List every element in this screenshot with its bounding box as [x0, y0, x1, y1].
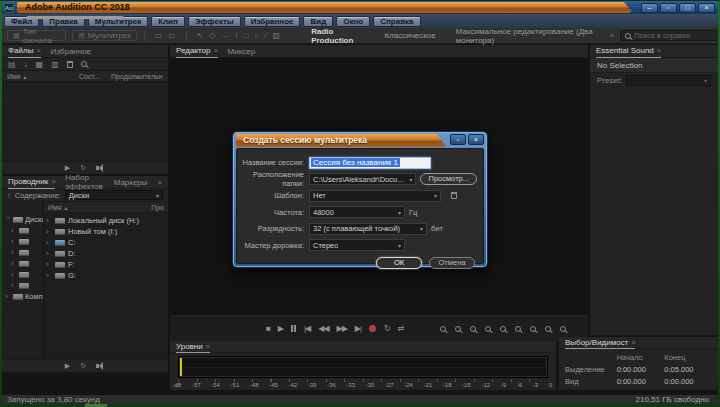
- caret-icon[interactable]: ›: [11, 248, 17, 257]
- selection-end-value[interactable]: 0:05.000: [664, 365, 712, 374]
- view-end-value[interactable]: 0:00.000: [664, 377, 712, 386]
- workspace-overflow-chevron[interactable]: »: [610, 31, 614, 40]
- session-name-input[interactable]: Сессия без названия 1: [309, 157, 431, 169]
- lasso-tool-icon[interactable]: ○: [254, 31, 259, 40]
- zoom-out-amplitude-icon[interactable]: [485, 326, 491, 332]
- skip-selection-button[interactable]: ⇄: [398, 324, 404, 333]
- dialog-close-button[interactable]: ×: [468, 134, 484, 145]
- tab-levels[interactable]: Уровни ≡: [176, 341, 210, 353]
- caret-icon[interactable]: ›: [46, 249, 52, 258]
- preview-loop-icon[interactable]: ↻: [80, 164, 86, 172]
- tree-drive-row[interactable]: ›: [2, 258, 43, 269]
- drive-row[interactable]: ›F:: [44, 259, 168, 270]
- dialog-titlebar[interactable]: Создать сессию мультитрека ▫ ×: [236, 134, 484, 148]
- column-status[interactable]: Сост...: [79, 73, 107, 80]
- tab-selection-view[interactable]: Выбор/Видимост ≡: [565, 337, 635, 349]
- pause-button[interactable]: [291, 325, 296, 332]
- new-item-icon[interactable]: ▦: [36, 60, 44, 69]
- waveform-view-button[interactable]: ▦ Тип сигнала: [7, 30, 66, 41]
- tree-drive-row[interactable]: ›: [2, 269, 43, 280]
- column-duration[interactable]: Про: [151, 204, 164, 211]
- tab-editor[interactable]: Редактор ≡: [176, 45, 218, 58]
- tab-favorites[interactable]: Избранное: [51, 45, 92, 58]
- record-button[interactable]: [369, 325, 376, 332]
- marquee-tool-icon[interactable]: □: [244, 31, 249, 40]
- import-file-icon[interactable]: ↓: [24, 60, 28, 69]
- panel-menu-icon[interactable]: ≡: [51, 178, 55, 185]
- tab-essential-sound[interactable]: Essential Sound ≡: [596, 45, 661, 58]
- panel-menu-icon[interactable]: ≡: [206, 343, 210, 350]
- zoom-in-time-icon[interactable]: [440, 326, 446, 332]
- selection-start-value[interactable]: 0:00.000: [617, 365, 665, 374]
- caret-icon[interactable]: ›: [11, 237, 17, 246]
- autoplay-speaker-icon[interactable]: [96, 362, 105, 370]
- bit-depth-dropdown[interactable]: 32 (с плавающей точкой) ▾: [309, 223, 427, 235]
- caret-icon[interactable]: ›: [11, 226, 17, 235]
- tree-drive-row[interactable]: ›: [2, 247, 43, 258]
- tree-computer-row[interactable]: ›Компьютер: [2, 291, 43, 302]
- tree-drive-row[interactable]: ›: [2, 225, 43, 236]
- caret-icon[interactable]: ›: [46, 238, 52, 247]
- menu-item[interactable]: Окно: [336, 16, 370, 27]
- drive-row[interactable]: ›G:: [44, 270, 168, 281]
- stop-button[interactable]: ■: [266, 324, 270, 333]
- scrollbar-thumb[interactable]: [26, 16, 124, 19]
- fast-forward-button[interactable]: ▶▶: [337, 324, 347, 333]
- column-name[interactable]: Имя ▲: [7, 73, 75, 80]
- files-list[interactable]: [2, 82, 168, 161]
- caret-icon[interactable]: ›: [5, 292, 11, 301]
- drive-row[interactable]: ›Новый том (I:): [44, 226, 168, 237]
- zoom-in-amplitude-icon[interactable]: [470, 326, 476, 332]
- open-file-icon[interactable]: ▤: [8, 60, 16, 69]
- go-to-end-button[interactable]: ▶|: [355, 324, 361, 333]
- razor-tool-icon[interactable]: ◇: [209, 31, 215, 40]
- contents-dropdown[interactable]: Диски ▾: [65, 190, 163, 200]
- slip-tool-icon[interactable]: ↔: [221, 31, 229, 40]
- eraser-tool-icon[interactable]: ▨: [273, 31, 281, 40]
- caret-icon[interactable]: ›: [46, 216, 52, 225]
- view-start-value[interactable]: 0:00.000: [617, 377, 665, 386]
- panel-menu-icon[interactable]: ≡: [213, 47, 217, 54]
- cancel-button[interactable]: Отмена: [429, 257, 475, 269]
- drive-row[interactable]: ›C:: [44, 237, 168, 248]
- media-type-icon[interactable]: ▥: [51, 60, 59, 69]
- drive-row[interactable]: ›Локальный диск (H:): [44, 215, 168, 226]
- caret-icon[interactable]: ›: [46, 271, 52, 280]
- drive-row[interactable]: ›D:: [44, 248, 168, 259]
- zoom-out-time-icon[interactable]: [455, 326, 461, 332]
- preview-play-icon[interactable]: ▶: [65, 362, 70, 370]
- tab-markers[interactable]: Маркеры: [114, 176, 148, 189]
- menu-item[interactable]: Вид: [303, 16, 333, 27]
- text-tool-icon[interactable]: I: [235, 31, 237, 40]
- tab-files[interactable]: Файлы ≡: [8, 45, 41, 58]
- rewind-button[interactable]: ◀◀: [318, 324, 328, 333]
- delete-template-icon[interactable]: [451, 192, 457, 199]
- preview-loop-icon[interactable]: ↻: [80, 362, 86, 370]
- zoom-selection-left-icon[interactable]: [530, 326, 536, 332]
- monitor2-icon[interactable]: ▭: [168, 31, 176, 40]
- maximize-button[interactable]: □: [679, 3, 696, 13]
- tab-effects-rack[interactable]: Набор эффектов: [65, 176, 103, 189]
- menu-item[interactable]: Избранное: [244, 16, 301, 27]
- insert-into-multitrack-icon[interactable]: ↑: [7, 191, 11, 200]
- workspace-button[interactable]: Radio Production: [311, 27, 364, 45]
- panel-menu-icon[interactable]: ≡: [631, 339, 635, 346]
- files-search-icon[interactable]: [81, 61, 87, 67]
- sample-rate-dropdown[interactable]: 48000 ▾: [309, 206, 405, 218]
- multitrack-view-button[interactable]: ▤ Мультитрек: [72, 30, 137, 41]
- caret-icon[interactable]: ›: [11, 259, 17, 268]
- go-to-start-button[interactable]: |◀: [304, 324, 310, 333]
- zoom-to-selection-icon[interactable]: [515, 326, 521, 332]
- caret-icon[interactable]: ›: [46, 260, 52, 269]
- search-input[interactable]: [634, 31, 714, 40]
- tree-drive-row[interactable]: ›: [2, 280, 43, 291]
- panel-overflow-chevron[interactable]: »: [158, 178, 162, 187]
- autoplay-speaker-icon[interactable]: [96, 164, 105, 172]
- move-tool-icon[interactable]: ↖: [196, 31, 203, 40]
- reset-zoom-icon[interactable]: [500, 326, 506, 332]
- caret-icon[interactable]: ›: [46, 227, 52, 236]
- minimize-button[interactable]: –: [641, 3, 658, 13]
- dialog-help-button[interactable]: ▫: [450, 134, 466, 145]
- tab-explorer[interactable]: Проводник ≡: [8, 176, 55, 189]
- close-button[interactable]: ×: [698, 3, 715, 13]
